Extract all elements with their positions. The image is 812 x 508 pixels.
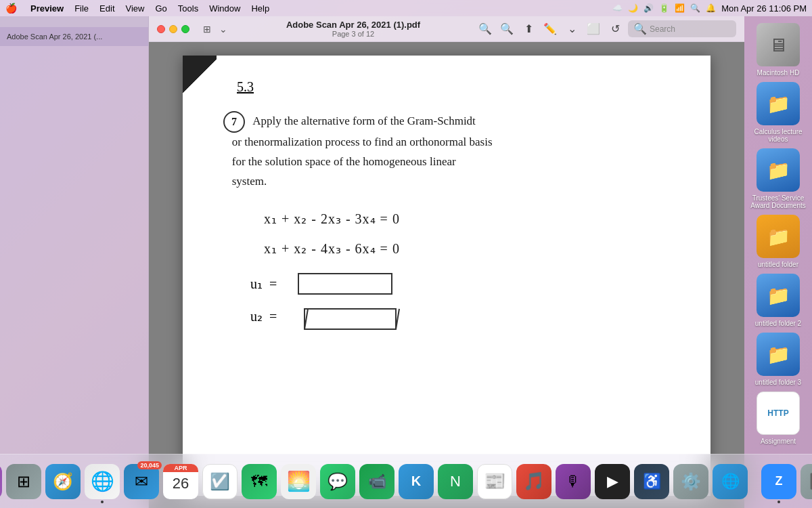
filename-label: Adobe Scan Apr 26, 2021 (1).pdf [235, 20, 471, 30]
pageinfo-label: Page 3 of 12 [235, 30, 471, 38]
desktop-assignment[interactable]: HTTP Assignment [748, 391, 809, 445]
search-icon[interactable]: 🔍 [690, 3, 700, 13]
dock-reminders[interactable]: ☑️ [202, 464, 238, 499]
menu-tools[interactable]: Tools [178, 3, 198, 14]
zoom-in-icon[interactable]: 🔍 [498, 20, 516, 38]
mail-badge: 20,045 [137, 461, 162, 469]
untitled-folder-2-icon: 📁 [757, 274, 800, 317]
traffic-lights [157, 25, 189, 33]
pencil-icon[interactable]: ✏️ [541, 20, 559, 38]
search-input[interactable] [650, 24, 731, 34]
keynote-icon: K [399, 464, 434, 499]
menu-file[interactable]: File [74, 3, 89, 14]
dock-launchpad[interactable]: ⊞ [6, 464, 41, 499]
dock-facetime[interactable]: 📹 [359, 464, 394, 499]
menu-window[interactable]: Window [209, 3, 240, 14]
section-number: 5.3 [237, 76, 254, 98]
browser2-icon: 🌐 [713, 464, 748, 499]
dock-podcasts[interactable]: 🎙 [556, 464, 591, 499]
dock-browser2[interactable]: 🌐 [713, 464, 748, 499]
zoom-icon: Z [761, 464, 796, 499]
dock-zoom[interactable]: Z [761, 464, 796, 499]
menu-preview[interactable]: Preview [30, 3, 64, 14]
vector-row-2: u₂ = [250, 305, 677, 327]
problem-statement: 7 Apply the alternative form of the Gram… [223, 111, 677, 192]
music-icon: 🎵 [516, 464, 551, 499]
calculus-folder-icon: 📁 [757, 82, 800, 125]
page-content: 5.3 7 Apply the alternative form of the … [183, 56, 710, 358]
calendar-day: 26 [173, 472, 189, 494]
v2-label: u₂ = [250, 305, 284, 327]
dock-photos[interactable]: 🌅 [281, 464, 316, 499]
window-icon[interactable]: ⬜ [585, 20, 602, 38]
share-icon[interactable]: ⬆ [520, 20, 537, 38]
desktop-untitled-folder-2[interactable]: 📁 untitled folder 2 [748, 274, 809, 327]
menu-edit[interactable]: Edit [99, 3, 114, 14]
menu-bar-left: 🍎 Preview File Edit View Go Tools Window… [5, 3, 269, 14]
appletv-icon: ▶ [595, 464, 630, 499]
dock-accessibility[interactable]: ♿ [634, 464, 669, 499]
fullscreen-button[interactable] [181, 25, 189, 33]
moon-icon: 🌙 [628, 3, 638, 13]
calendar-icon: APR 26 [163, 464, 198, 499]
chrome-icon: 🌐 [85, 464, 120, 499]
siri-icon: 🎤 [0, 464, 2, 499]
desktop-macintosh-hd[interactable]: 🖥 Macintosh HD [748, 23, 809, 77]
safari-icon: 🧭 [45, 464, 81, 499]
sidebar: Adobe Scan Apr 26, 2021 (... [0, 16, 149, 508]
desktop-calculus-folder[interactable]: 📁 Calculus lecture videos [748, 82, 809, 143]
numbers-icon: N [438, 464, 473, 499]
menu-go[interactable]: Go [155, 3, 166, 14]
hd-icon: 🖥 [757, 23, 800, 66]
corner-fold [183, 56, 217, 96]
equation-2: x₁ + x₂ - 4x₃ - 6x₄ = 0 [264, 238, 677, 259]
dock-calendar[interactable]: APR 26 [163, 464, 198, 499]
desktop-untitled-folder-3[interactable]: 📁 untitled folder 3 [748, 333, 809, 386]
dock-chrome[interactable]: 🌐 [85, 464, 120, 499]
dock: 😊 🎤 ⊞ 🧭 🌐 ✉ 20,045 APR 26 ☑️ 🗺 🌅 💬 [0, 454, 812, 508]
dock-maps[interactable]: 🗺 [242, 464, 277, 499]
search-bar[interactable]: 🔍 [628, 20, 736, 37]
dock-mail[interactable]: ✉ 20,045 [124, 464, 159, 499]
notification-icon[interactable]: 🔔 [706, 3, 716, 13]
trustees-folder-label: Trustees' Service Award Documents [748, 194, 809, 209]
dock-numbers[interactable]: N [438, 464, 473, 499]
untitled-folder-icon: 📁 [757, 215, 800, 258]
title-text: Adobe Scan Apr 26, 2021 (1).pdf Page 3 o… [235, 20, 471, 38]
hd-label: Macintosh HD [757, 69, 800, 77]
dock-messages[interactable]: 💬 [320, 464, 355, 499]
dock-news[interactable]: 📰 [477, 464, 512, 499]
svg-marker-0 [304, 309, 396, 329]
close-button[interactable] [157, 25, 165, 33]
dock-keynote[interactable]: K [399, 464, 434, 499]
podcasts-icon: 🎙 [556, 464, 591, 499]
untitled-folder-label: untitled folder [758, 261, 798, 268]
chrome-dot [101, 501, 104, 503]
dock-appletv[interactable]: ▶ [595, 464, 630, 499]
diskutil-icon: 💾 [800, 464, 812, 499]
assignment-label: Assignment [761, 438, 796, 445]
sidebar-toggle-icon[interactable]: ⊞ [200, 22, 214, 36]
main-window: ⊞ ⌄ Adobe Scan Apr 26, 2021 (1).pdf Page… [149, 16, 744, 508]
calendar-month: APR [163, 464, 198, 472]
dock-systemprefs[interactable]: ⚙️ [673, 464, 708, 499]
chevron-icon[interactable]: ⌄ [563, 20, 581, 38]
dock-diskutil[interactable]: 💾 [800, 464, 812, 499]
dock-music[interactable]: 🎵 [516, 464, 551, 499]
dock-siri[interactable]: 🎤 [0, 464, 2, 499]
assignment-icon: HTTP [757, 391, 800, 435]
dock-safari[interactable]: 🧭 [45, 464, 81, 499]
vector-row-1: u₁ = [250, 273, 677, 295]
minimize-button[interactable] [169, 25, 177, 33]
apple-menu[interactable]: 🍎 [5, 3, 17, 14]
desktop-trustees-folder[interactable]: 📁 Trustees' Service Award Documents [748, 148, 809, 209]
calculus-folder-label: Calculus lecture videos [748, 128, 809, 143]
zoom-out-icon[interactable]: 🔍 [476, 20, 494, 38]
sidebar-item[interactable]: Adobe Scan Apr 26, 2021 (... [0, 27, 148, 46]
title-bar: ⊞ ⌄ Adobe Scan Apr 26, 2021 (1).pdf Page… [149, 16, 744, 42]
menu-help[interactable]: Help [251, 3, 269, 14]
desktop-untitled-folder[interactable]: 📁 untitled folder [748, 215, 809, 268]
rotate-icon[interactable]: ↺ [606, 20, 624, 38]
menu-view[interactable]: View [126, 3, 145, 14]
chevron-down-icon[interactable]: ⌄ [217, 22, 230, 36]
